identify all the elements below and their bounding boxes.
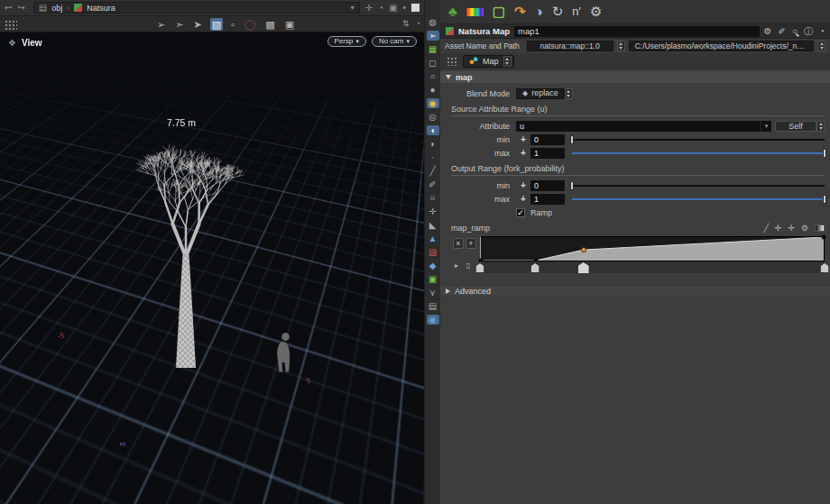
node-info-icon[interactable]: ⓘ (804, 26, 813, 37)
sort-icon[interactable]: ⇅ (402, 19, 410, 28)
ramp-checkbox[interactable]: ✓ (516, 208, 525, 217)
slider-handle[interactable] (570, 135, 574, 144)
light-icon[interactable]: ○ (427, 71, 439, 81)
material-icon[interactable]: ◗ (427, 139, 439, 149)
keyframe-ladder-icon[interactable]: + (516, 134, 530, 144)
perspective-view-button[interactable]: Persp ▾ (327, 36, 366, 47)
asset-path-spinner[interactable] (817, 41, 825, 51)
ramp-point[interactable] (822, 235, 826, 240)
occlusion-icon[interactable]: ◖ (427, 125, 439, 135)
normals-icon[interactable]: ▲ (427, 234, 439, 243)
camera-select-button[interactable]: No cam ▾ (372, 36, 417, 47)
attribute-scope-spinner[interactable] (816, 121, 825, 132)
zoom-pick-icon[interactable]: ▫ (229, 18, 236, 31)
fork-display-icon[interactable]: ⋎ (427, 288, 439, 298)
back-icon[interactable]: ↩ (5, 3, 12, 13)
brush-pick-icon[interactable]: ◯ (243, 18, 257, 31)
search-params-icon[interactable]: ○ (792, 26, 798, 37)
scene-viewport[interactable]: ❖ View Persp ▾ No cam ▾ 7.75 m -5 5 5 (0, 32, 424, 504)
natsura-tree-shelf-icon[interactable]: ♣ (448, 4, 457, 20)
node-settings-icon[interactable]: ⚙ (764, 26, 772, 37)
slider-handle[interactable] (823, 149, 826, 158)
attribute-field[interactable]: u (516, 121, 761, 132)
keyframe-ladder-icon[interactable]: + (516, 194, 530, 204)
ramp-line-icon[interactable]: ╱ (763, 224, 768, 233)
settings-shelf-icon[interactable]: ⚙ (590, 4, 602, 20)
source-min-slider[interactable] (572, 134, 825, 145)
layout-cube-icon[interactable]: ▣ (389, 3, 397, 13)
shade-sphere-icon[interactable]: ● (427, 85, 439, 95)
tab-drag-handle-icon[interactable] (447, 57, 456, 66)
ramp-expand-icon[interactable]: ▸ (455, 261, 458, 270)
ramp-graph[interactable] (480, 236, 825, 261)
breadcrumb[interactable]: ▤ obj › Natsura ▾ (33, 2, 360, 14)
ramp-key-handle[interactable] (821, 263, 829, 272)
output-max-field[interactable]: 1 (530, 194, 565, 205)
ramp-point-selected[interactable] (581, 247, 586, 252)
annotate-icon[interactable]: ✐ (427, 179, 439, 189)
ramp-fit-icon[interactable]: ✛ (788, 224, 795, 233)
uv-view-icon[interactable]: ▨ (427, 247, 439, 257)
ramp-key-handle[interactable] (476, 263, 484, 272)
curve-shelf-icon[interactable]: ↷ (514, 4, 526, 20)
toolbar-drag-handle-icon[interactable] (5, 20, 17, 30)
link-dot-icon[interactable]: • (402, 3, 406, 13)
natsura-n-shelf-icon[interactable]: n′ (572, 4, 581, 20)
ramp-gradient-icon[interactable] (815, 225, 825, 232)
history-icon[interactable]: ◔ (378, 3, 383, 13)
node-name-field[interactable]: map1 (514, 26, 760, 37)
recook-shelf-icon[interactable]: ↻ (552, 4, 564, 20)
pin-icon[interactable]: ✛ (365, 3, 373, 13)
camera-view-icon[interactable]: ▣ (427, 274, 439, 284)
help-icon[interactable]: ◔ (416, 19, 420, 28)
node-help-icon[interactable]: ◔ (819, 26, 825, 37)
box-pick-icon[interactable]: ▧ (210, 18, 223, 31)
ramp-bracket-icon[interactable]: ▯ (466, 261, 470, 270)
attribute-dropdown-icon[interactable]: ▾ (761, 121, 771, 132)
snap-icon[interactable]: ⌗ (427, 193, 439, 203)
output-min-slider[interactable] (572, 180, 825, 191)
keyframe-ladder-icon[interactable]: + (516, 180, 530, 190)
layers-display-icon[interactable]: ▤ (427, 301, 439, 311)
map-section-header[interactable]: map (440, 71, 830, 83)
map-tab-spinner[interactable] (503, 56, 512, 67)
keyframe-ladder-icon[interactable]: + (516, 148, 530, 158)
output-min-field[interactable]: 0 (530, 180, 565, 191)
attribute-scope-dropdown[interactable]: Self (775, 121, 816, 132)
viewport-pane-tab[interactable]: ❖ View (8, 38, 42, 48)
breadcrumb-root[interactable]: obj (51, 4, 62, 13)
geo-cube-shelf-icon[interactable]: ▢ (493, 4, 505, 20)
source-max-slider[interactable] (572, 148, 825, 159)
asset-name-spinner[interactable] (617, 41, 625, 51)
ramp-add-point-button[interactable]: + (466, 238, 476, 249)
edit-params-icon[interactable]: ✐ (779, 26, 786, 37)
ramp-pan-icon[interactable]: ✛ (775, 224, 782, 233)
maximize-pane-icon[interactable] (411, 4, 420, 12)
select-parts-icon[interactable]: ➤ (191, 18, 203, 31)
slider-handle[interactable] (570, 181, 574, 190)
handles-icon[interactable]: ✛ (427, 206, 439, 216)
ruler-icon[interactable]: ◣ (427, 220, 439, 230)
reflect-icon[interactable]: ◆ (427, 261, 439, 270)
mask-pick-icon[interactable]: ▩ (263, 18, 276, 31)
output-max-slider[interactable] (572, 194, 825, 205)
advanced-section-header[interactable]: Advanced (440, 285, 830, 297)
ramp-key-handle[interactable] (578, 262, 589, 273)
source-min-field[interactable]: 0 (530, 134, 565, 145)
lock-icon[interactable]: ◻ (427, 58, 439, 68)
asset-path-field[interactable]: C:/Users/plasmo/workspace/HoudiniProject… (629, 41, 814, 51)
points-display-icon[interactable]: · (427, 152, 439, 162)
source-max-field[interactable]: 1 (530, 148, 565, 159)
blend-mode-dropdown[interactable]: ◈ replace (516, 88, 565, 99)
ramp-handle-track[interactable] (480, 261, 825, 273)
moon-shelf-icon[interactable]: ◑ (535, 4, 543, 20)
ramp-settings-icon[interactable]: ⚙ (801, 224, 808, 233)
path-dropdown-icon[interactable]: ▾ (351, 4, 355, 12)
lighting-icon[interactable]: ◉ (427, 315, 439, 325)
secure-selection-icon[interactable]: ➢ (155, 18, 167, 31)
breadcrumb-node[interactable]: Natsura (87, 4, 115, 13)
select-objects-icon[interactable]: ➣ (173, 18, 185, 31)
ramp-key-handle[interactable] (531, 263, 540, 272)
wireframe-icon[interactable]: ╱ (427, 166, 439, 176)
ramp-delete-point-button[interactable]: × (453, 238, 464, 249)
